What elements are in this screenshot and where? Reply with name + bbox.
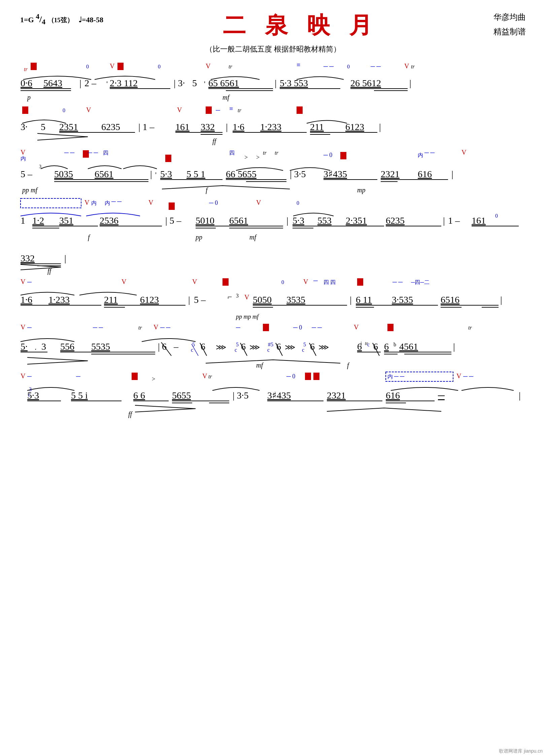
staff-row-4: V 内 内 ─ ─ V f 1 1·2 351 2536 ─ 0	[20, 197, 526, 243]
svg-text:|: |	[64, 253, 66, 263]
svg-rect-73	[165, 155, 171, 162]
svg-text:V: V	[21, 278, 26, 285]
svg-text:3: 3	[236, 293, 239, 298]
svg-text:3·535: 3·535	[392, 294, 413, 305]
svg-text:mp: mp	[357, 186, 365, 194]
svg-text:内: 内	[387, 374, 393, 379]
svg-text:3535: 3535	[286, 294, 305, 305]
staff-row-6: V ─ ─ ─ tr V ─ ─ ─ ─ 0 ─ ─ V tr	[20, 322, 526, 371]
svg-text:tr: tr	[24, 66, 28, 72]
svg-text:2536: 2536	[100, 215, 118, 226]
svg-text:V: V	[21, 372, 26, 380]
svg-text:|: |	[226, 122, 228, 132]
svg-text:─: ─	[27, 373, 32, 380]
svg-text:V: V	[153, 323, 159, 331]
svg-text:1·233: 1·233	[48, 294, 70, 305]
svg-text:V: V	[110, 62, 115, 70]
svg-text:V: V	[244, 293, 249, 301]
svg-text:─ ─: ─ ─	[323, 63, 334, 70]
svg-text:616: 616	[386, 390, 400, 401]
svg-text:5·3: 5·3	[160, 169, 172, 179]
svg-text:tr: tr	[468, 325, 472, 330]
svg-text:f: f	[206, 186, 208, 194]
svg-text:V: V	[21, 149, 26, 156]
svg-text:四: 四	[229, 150, 235, 156]
svg-text:5: 5	[41, 122, 45, 132]
svg-text:5 5 1: 5 5 1	[186, 169, 205, 179]
svg-rect-257	[132, 373, 138, 380]
svg-text:6: 6	[201, 341, 205, 352]
svg-text:V: V	[148, 199, 153, 206]
svg-text:| 3·5: | 3·5	[290, 169, 306, 179]
svg-text:6516: 6516	[441, 294, 459, 305]
svg-text:p: p	[27, 94, 31, 101]
svg-text:5010: 5010	[196, 215, 214, 226]
svg-text:0: 0	[495, 213, 498, 219]
svg-text:⌐: ⌐	[228, 292, 232, 301]
svg-text:5643: 5643	[43, 78, 62, 88]
svg-text:2321: 2321	[381, 169, 400, 179]
svg-text:|: |	[453, 341, 455, 352]
svg-text:─: ─	[27, 324, 32, 331]
svg-text:>: >	[244, 154, 248, 161]
svg-text:f: f	[88, 233, 91, 241]
svg-text:5535: 5535	[91, 341, 110, 352]
svg-rect-203	[387, 324, 394, 331]
svg-text:─ 0: ─ 0	[209, 199, 218, 206]
svg-text:V: V	[456, 372, 462, 380]
svg-text:211: 211	[104, 294, 118, 305]
svg-text:| 1 –: | 1 –	[138, 122, 155, 132]
svg-text:V: V	[462, 149, 467, 156]
svg-text:V: V	[303, 278, 308, 285]
composer-block: 华彦均曲 精益制谱	[493, 10, 526, 39]
svg-text:V: V	[354, 323, 359, 331]
svg-text:1·233: 1·233	[260, 122, 281, 132]
svg-text:5035: 5035	[54, 169, 73, 179]
svg-text:四 四: 四 四	[323, 279, 336, 285]
svg-text:#5: #5	[268, 342, 273, 347]
svg-text:V: V	[202, 372, 207, 380]
svg-text:6  6: 6 6	[133, 390, 145, 401]
svg-text:|: |	[500, 294, 502, 305]
tempo-marking: ♩=48-58	[78, 15, 103, 24]
svg-text:': '	[204, 80, 205, 88]
svg-text:─ ─: ─ ─	[64, 149, 74, 156]
svg-rect-80	[340, 152, 346, 159]
svg-text:V: V	[21, 323, 26, 331]
svg-text:tr: tr	[275, 150, 278, 156]
svg-text:': '	[155, 170, 157, 179]
svg-text:─四─二: ─四─二	[411, 279, 430, 285]
watermark: 歌谱网谱库 jianpu.cn	[499, 748, 543, 754]
svg-text:|: |	[188, 294, 190, 305]
svg-text:332: 332	[201, 122, 215, 132]
svg-text:四: 四	[103, 150, 108, 156]
svg-text:211: 211	[310, 122, 324, 132]
svg-text:─ ─: ─ ─	[88, 149, 98, 156]
svg-text:内: 内	[418, 152, 423, 158]
svg-text:⋙: ⋙	[285, 343, 295, 351]
svg-text:1·2: 1·2	[32, 215, 44, 226]
svg-text:b: b	[394, 342, 396, 347]
svg-text:6123: 6123	[345, 122, 364, 132]
svg-text:|: |	[286, 215, 288, 226]
svg-text:V: V	[192, 278, 197, 285]
svg-rect-1	[31, 63, 37, 70]
svg-text:616: 616	[418, 169, 432, 179]
svg-text:6561: 6561	[95, 169, 113, 179]
svg-text:3·: 3·	[21, 122, 28, 132]
svg-text:─ ─: ─ ─	[463, 373, 473, 380]
svg-text:─ 0: ─ 0	[323, 152, 332, 158]
header: 1=G 4/4 （15弦） ♩=48-58 二 泉 映 月 华彦均曲 精益制谱	[20, 10, 526, 41]
svg-text:5 –: 5 –	[194, 294, 206, 305]
svg-text:ff: ff	[128, 410, 133, 418]
svg-text:f: f	[347, 361, 350, 369]
svg-text:5  5  i: 5 5 i	[71, 390, 88, 401]
svg-text:tr: tr	[263, 150, 267, 156]
svg-text:|: |	[150, 169, 152, 179]
svg-text:556: 556	[60, 341, 74, 352]
svg-text:1: 1	[21, 215, 25, 226]
svg-text:V: V	[86, 106, 91, 114]
svg-text:3♯435: 3♯435	[267, 390, 291, 401]
svg-text:|: |	[451, 169, 453, 179]
svg-text:6561: 6561	[229, 215, 248, 226]
